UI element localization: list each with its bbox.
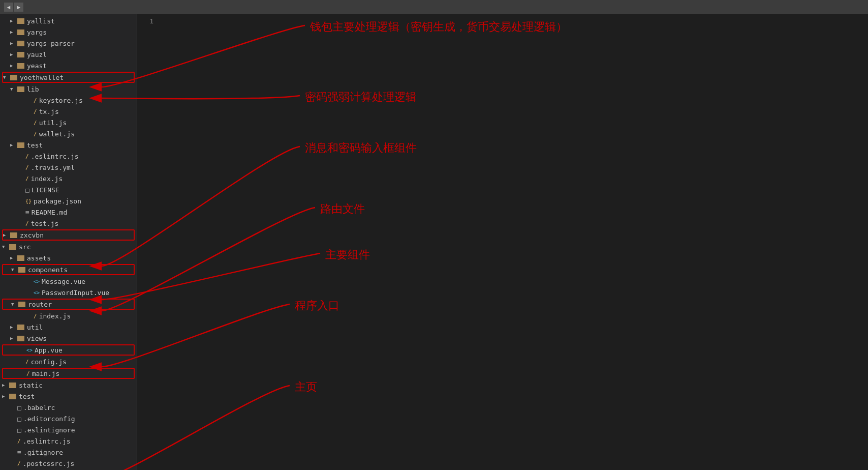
tree-item-tx.js[interactable]: / tx.js xyxy=(0,106,137,117)
tree-label-index.js: index.js xyxy=(31,175,63,183)
tree-label-util.js: util.js xyxy=(39,119,67,127)
folder-arrow-util: ▶ xyxy=(10,325,15,330)
folder-arrow-assets: ▶ xyxy=(10,255,15,260)
tree-label-.eslintrc.js2: .eslintrc.js xyxy=(23,437,71,445)
tree-label-yauzl: yauzl xyxy=(27,51,47,58)
tree-label-config.js: config.js xyxy=(31,358,67,366)
tree-item-yeast[interactable]: ▶yeast xyxy=(0,60,137,71)
tree-item-.gitignore[interactable]: ≡.gitignore xyxy=(0,447,137,458)
file-icon-.travis.yml: / xyxy=(25,164,29,171)
tree-label-yoethwallet: yoethwallet xyxy=(20,74,64,81)
tree-item-keystore.js[interactable]: / keystore.js xyxy=(0,95,137,106)
folder-arrow-yargs: ▶ xyxy=(10,30,15,35)
folder-icon-lib xyxy=(17,86,24,92)
tree-label-README.md: README.md xyxy=(32,209,67,216)
file-icon-router-index.js: / xyxy=(34,313,37,319)
folder-icon-yeast xyxy=(17,63,24,69)
nav-forward[interactable]: ► xyxy=(14,3,23,12)
tree-label-.editorconfig: .editorconfig xyxy=(23,415,75,423)
top-bar: ◄ ► xyxy=(0,0,868,14)
tree-label-test.js: test.js xyxy=(31,220,59,227)
tree-item-.editorconfig[interactable]: □.editorconfig xyxy=(0,413,137,424)
tree-label-yallist: yallist xyxy=(27,17,55,25)
folder-arrow-views: ▶ xyxy=(10,336,15,341)
tree-item-config.js[interactable]: / config.js xyxy=(0,356,137,367)
folder-arrow-yallist: ▶ xyxy=(10,18,15,23)
tree-item-package.json[interactable]: {}package.json xyxy=(0,195,137,207)
tree-item-util.js[interactable]: / util.js xyxy=(0,117,137,128)
tree-label-wallet.js: wallet.js xyxy=(39,130,75,138)
folder-icon-src xyxy=(9,244,16,250)
tree-item-src[interactable]: ▼src xyxy=(0,241,137,252)
tree-item-router-index.js[interactable]: / index.js xyxy=(0,310,137,321)
tree-label-router-index.js: index.js xyxy=(39,312,71,320)
tree-item-yallist[interactable]: ▶yallist xyxy=(0,15,137,26)
tree-label-test2: test xyxy=(19,393,35,400)
folder-icon-components xyxy=(18,267,25,273)
folder-arrow-lib: ▼ xyxy=(10,86,15,92)
folder-icon-assets xyxy=(17,255,24,261)
tree-label-.babelrc: .babelrc xyxy=(23,404,55,412)
tree-item-test[interactable]: ▶test xyxy=(0,139,137,151)
tree-item-yargs-parser[interactable]: ▶yargs-parser xyxy=(0,38,137,49)
file-icon-README.md: ≡ xyxy=(25,209,29,216)
tree-item-index.js[interactable]: / index.js xyxy=(0,173,137,184)
file-icon-.editorconfig: □ xyxy=(17,415,21,423)
tree-item-test.js[interactable]: / test.js xyxy=(0,218,137,229)
tree-item-.postcssrc.js[interactable]: / .postcssrc.js xyxy=(0,458,137,469)
folder-arrow-static: ▶ xyxy=(2,383,7,388)
file-icon-index.js: / xyxy=(25,175,29,182)
file-icon-keystore.js: / xyxy=(34,97,37,104)
file-icon-.gitignore: ≡ xyxy=(17,449,21,456)
tree-item-.eslintrc.js2[interactable]: / .eslintrc.js xyxy=(0,435,137,447)
tree-label-zxcvbn: zxcvbn xyxy=(20,231,44,239)
file-icon-.postcssrc.js: / xyxy=(17,460,21,467)
tree-item-.eslintignore[interactable]: □.eslintignore xyxy=(0,424,137,435)
tree-item-Message.vue[interactable]: <>Message.vue xyxy=(0,276,137,287)
file-icon-wallet.js: / xyxy=(34,131,37,137)
tree-item-main.js[interactable]: / main.js xyxy=(2,368,135,379)
folder-arrow-test: ▶ xyxy=(10,142,15,148)
folder-arrow-zxcvbn: ▶ xyxy=(3,232,8,238)
tree-item-yauzl[interactable]: ▶yauzl xyxy=(0,49,137,60)
tree-item-yargs[interactable]: ▶yargs xyxy=(0,26,137,38)
tree-item-yoethwallet[interactable]: ▼yoethwallet xyxy=(2,72,135,83)
main-layout: ▶yallist▶yargs▶yargs-parser▶yauzl▶yeast▼… xyxy=(0,14,868,470)
file-icon-.eslintrc.js2: / xyxy=(17,438,21,445)
tree-item-README.md[interactable]: ≡README.md xyxy=(0,207,137,218)
file-icon-LICENSE: □ xyxy=(25,186,29,194)
tree-label-.travis.yml: .travis.yml xyxy=(31,164,75,171)
tree-item-static[interactable]: ▶static xyxy=(0,379,137,391)
file-icon-package.json: {} xyxy=(25,198,32,204)
editor-content xyxy=(158,14,868,470)
tree-item-util[interactable]: ▶util xyxy=(0,321,137,333)
line-number: 1 xyxy=(137,16,153,26)
tree-item-.eslintrc.js[interactable]: / .eslintrc.js xyxy=(0,151,137,162)
tree-item-PasswordInput.vue[interactable]: <>PasswordInput.vue xyxy=(0,287,137,298)
tree-item-.babelrc[interactable]: □.babelrc xyxy=(0,402,137,413)
file-tree[interactable]: ▶yallist▶yargs▶yargs-parser▶yauzl▶yeast▼… xyxy=(0,14,137,470)
tree-label-components: components xyxy=(28,266,68,274)
tree-label-LICENSE: LICENSE xyxy=(32,186,59,194)
file-icon-tx.js: / xyxy=(34,108,37,115)
file-icon-main.js: / xyxy=(26,370,30,377)
tree-item-test2[interactable]: ▶test xyxy=(0,391,137,402)
tree-item-lib[interactable]: ▼lib xyxy=(0,83,137,95)
tree-item-.travis.yml[interactable]: / .travis.yml xyxy=(0,162,137,173)
tree-label-views: views xyxy=(27,335,47,342)
nav-back[interactable]: ◄ xyxy=(4,3,13,12)
tree-item-assets[interactable]: ▶assets xyxy=(0,252,137,263)
folder-icon-yallist xyxy=(17,18,24,24)
tree-item-router[interactable]: ▼router xyxy=(2,299,135,310)
tree-item-zxcvbn[interactable]: ▶zxcvbn xyxy=(2,229,135,241)
tree-item-App.vue[interactable]: <>App.vue xyxy=(2,344,135,356)
tree-item-views[interactable]: ▶views xyxy=(0,333,137,344)
nav-arrows[interactable]: ◄ ► xyxy=(4,3,23,12)
file-icon-.babelrc: □ xyxy=(17,404,21,412)
tree-item-components[interactable]: ▼components xyxy=(2,264,135,275)
tree-item-LICENSE[interactable]: □LICENSE xyxy=(0,184,137,195)
folder-arrow-yargs-parser: ▶ xyxy=(10,41,15,46)
tree-label-keystore.js: keystore.js xyxy=(39,97,83,104)
folder-icon-test2 xyxy=(9,394,16,399)
tree-item-wallet.js[interactable]: / wallet.js xyxy=(0,128,137,139)
